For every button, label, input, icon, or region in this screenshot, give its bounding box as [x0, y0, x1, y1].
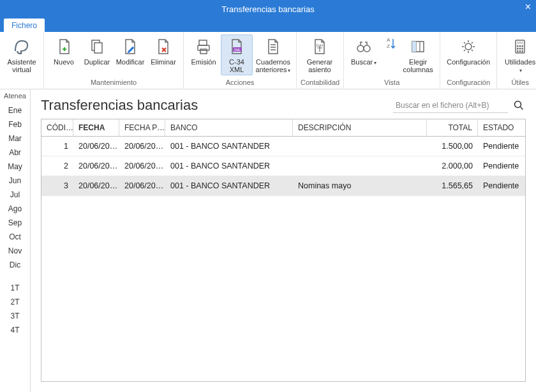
th-fecha[interactable]: FECHA [73, 119, 119, 136]
acciones-group-label: Acciones [188, 79, 292, 87]
generar-asiento-button[interactable]: D H Generar asiento [301, 34, 339, 75]
configuracion-group-label: Configuración [444, 79, 493, 87]
sidebar-month-abr[interactable]: Abr [8, 146, 22, 160]
sidebar-month-feb[interactable]: Feb [8, 117, 22, 132]
svg-point-26 [515, 102, 521, 108]
eliminar-button[interactable]: Eliminar [147, 34, 179, 68]
cell-estado: Pendiente [478, 156, 525, 176]
utilidades-label: Utilidades▾ [505, 58, 535, 74]
th-estado[interactable]: ESTADO [478, 119, 525, 136]
table-row[interactable]: 320/06/20…20/06/20…001 - BANCO SANTANDER… [41, 176, 525, 196]
th-codigo[interactable]: CÓDI… [41, 119, 73, 136]
svg-rect-17 [517, 45, 519, 47]
modificar-button[interactable]: Modificar [114, 34, 146, 68]
gear-icon [458, 36, 479, 57]
sidebar-month-oct[interactable]: Oct [8, 230, 22, 244]
emision-button[interactable]: Emisión [188, 34, 220, 68]
print-icon [193, 36, 214, 57]
elegir-columnas-button[interactable]: Elegir columnas [400, 34, 436, 75]
generar-label: Generar asiento [307, 58, 332, 73]
group-label-empty [4, 79, 40, 87]
ribbon-group-vista: Buscar▾ AZ Elegir columnas Vista [344, 32, 440, 89]
buscar-label: Buscar▾ [351, 58, 376, 66]
svg-rect-21 [519, 48, 521, 50]
page-title: Transferencias bancarias [41, 97, 198, 114]
svg-rect-18 [519, 45, 521, 47]
th-fecha-pago[interactable]: FECHA P… [119, 119, 165, 136]
svg-rect-2 [199, 40, 207, 45]
cell-total: 1.565,65 [427, 176, 478, 195]
search-icon[interactable] [512, 98, 526, 112]
sidebar-month-ene[interactable]: Ene [8, 103, 22, 117]
svg-text:A: A [387, 37, 391, 43]
th-descripcion[interactable]: DESCRIPCIÓN [293, 119, 427, 136]
cuadernos-label: Cuadernos anteriores▾ [256, 58, 291, 74]
cell-fechap: 20/06/20… [119, 156, 165, 176]
table-body: 120/06/20…20/06/20…001 - BANCO SANTANDER… [41, 137, 525, 381]
search-input[interactable] [393, 98, 508, 113]
utiles-group-label: Útiles [501, 79, 536, 87]
table-row[interactable]: 220/06/20…20/06/20…001 - BANCO SANTANDER… [41, 156, 525, 176]
buscar-button[interactable]: Buscar▾ [348, 34, 380, 68]
sidebar-month-may[interactable]: May [8, 160, 22, 174]
nuevo-button[interactable]: Nuevo [48, 34, 80, 68]
columns-icon [408, 36, 428, 57]
cell-banco: 001 - BANCO SANTANDER [165, 176, 293, 195]
svg-rect-1 [94, 43, 102, 53]
sidebar-month-jun[interactable]: Jun [8, 174, 22, 188]
cell-codi: 3 [41, 176, 73, 195]
svg-text:XML: XML [234, 48, 241, 52]
xml-file-icon: XML [227, 36, 247, 57]
cell-estado: Pendiente [478, 137, 525, 156]
contabilidad-group-label: Contabilidad [301, 79, 339, 87]
th-total[interactable]: TOTAL [427, 119, 478, 136]
sidebar-quarter-4t[interactable]: 4T [10, 323, 19, 337]
svg-text:Z: Z [387, 43, 390, 49]
svg-rect-3 [198, 45, 209, 50]
svg-point-8 [357, 45, 364, 52]
sort-az-button[interactable]: AZ [381, 34, 399, 54]
svg-rect-20 [517, 48, 519, 50]
sidebar-quarter-2t[interactable]: 2T [10, 295, 19, 309]
cell-descripcion: Nominas mayo [293, 176, 427, 195]
mantenimiento-group-label: Mantenimiento [48, 79, 179, 87]
sidebar-quarter-1t[interactable]: 1T [10, 281, 19, 295]
sidebar-month-ago[interactable]: Ago [8, 202, 22, 216]
sidebar-quarter-3t[interactable]: 3T [10, 309, 19, 323]
c34-xml-button[interactable]: XML C-34 XML [221, 34, 253, 75]
cell-codi: 1 [41, 137, 73, 156]
duplicar-button[interactable]: Duplicar [81, 34, 113, 68]
cuadernos-anteriores-button[interactable]: Cuadernos anteriores▾ [254, 34, 292, 76]
cell-total: 1.500,00 [427, 137, 478, 156]
sidebar-month-jul[interactable]: Jul [8, 188, 22, 202]
sidebar-month-nov[interactable]: Nov [8, 244, 22, 258]
cell-fecha: 20/06/20… [73, 176, 119, 195]
close-icon[interactable]: × [525, 1, 531, 13]
delete-icon [153, 36, 174, 57]
asistente-virtual-button[interactable]: Asistente virtual [4, 34, 40, 75]
assistant-icon [11, 36, 32, 57]
binoculars-icon [354, 36, 374, 57]
svg-rect-24 [519, 50, 521, 52]
tab-fichero[interactable]: Fichero [4, 19, 45, 32]
svg-point-14 [465, 43, 472, 50]
sidebar-atenea[interactable]: Atenea [4, 92, 26, 103]
previous-books-icon [263, 36, 283, 57]
duplicate-icon [87, 36, 107, 57]
dropdown-icon: ▾ [288, 68, 290, 73]
sidebar-month-dic[interactable]: Dic [8, 258, 22, 272]
ribbon-group-acciones: Emisión XML C-34 XML Cuadernos anteriore… [184, 32, 297, 89]
table-row[interactable]: 120/06/20…20/06/20…001 - BANCO SANTANDER… [41, 137, 525, 156]
configuracion-button[interactable]: Configuración [444, 34, 493, 68]
vista-group-label: Vista [348, 79, 436, 87]
sidebar-month-mar[interactable]: Mar [8, 132, 22, 146]
duplicar-label: Duplicar [84, 58, 110, 66]
utilidades-button[interactable]: Utilidades▾ [501, 34, 536, 76]
configuracion-label: Configuración [447, 58, 490, 66]
th-banco[interactable]: BANCO [165, 119, 293, 136]
data-table: CÓDI… FECHA FECHA P… BANCO DESCRIPCIÓN T… [41, 119, 526, 382]
sidebar-month-sep[interactable]: Sep [8, 216, 22, 230]
table-header-row: CÓDI… FECHA FECHA P… BANCO DESCRIPCIÓN T… [41, 119, 525, 137]
dropdown-icon: ▾ [519, 68, 522, 73]
cell-fecha: 20/06/20… [73, 137, 119, 156]
